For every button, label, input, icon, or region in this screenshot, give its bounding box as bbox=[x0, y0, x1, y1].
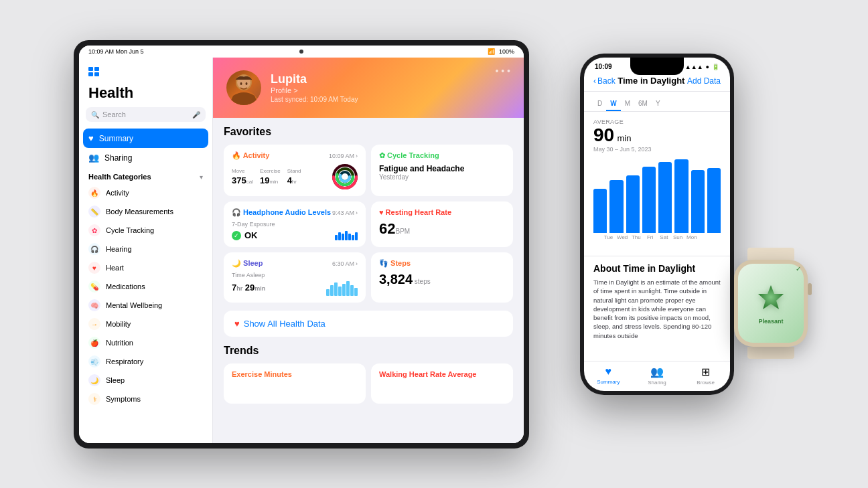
iphone: 10:09 ▲▲▲ ● 🔋 ‹ Back Time in Daylight Ad… bbox=[580, 54, 734, 395]
sleep-label: Sleep bbox=[106, 376, 125, 384]
cycle-card[interactable]: ✿ Cycle Tracking Fatigue and Headache Ye… bbox=[371, 145, 513, 196]
sharing-icon: 👥 bbox=[88, 153, 99, 163]
trend-card-exercise[interactable]: Exercise Minutes bbox=[224, 363, 366, 404]
iphone-time: 10:09 bbox=[595, 63, 612, 70]
iphone-page-title: Time in Daylight bbox=[618, 76, 684, 86]
tabbar-browse[interactable]: ⊞ Browse bbox=[681, 365, 730, 386]
bar-3 bbox=[626, 175, 640, 233]
ok-label: OK bbox=[244, 230, 258, 240]
activity-rings bbox=[332, 164, 358, 189]
avg-date: May 30 – Jun 5, 2023 bbox=[593, 146, 721, 153]
iphone-add-button[interactable]: Add Data bbox=[687, 76, 721, 86]
tab-6m[interactable]: 6M bbox=[634, 97, 652, 111]
trends-title: Trends bbox=[224, 345, 513, 357]
trends-grid: Exercise Minutes Walking Heart Rate Aver… bbox=[224, 363, 513, 404]
watch-crown bbox=[808, 283, 812, 295]
steps-card[interactable]: 👣 Steps 3,824 steps bbox=[371, 252, 513, 303]
iphone-tabbar: ♥ Summary 👥 Sharing ⊞ Browse bbox=[584, 361, 730, 391]
sidebar-search[interactable]: 🔍 Search 🎤 bbox=[86, 107, 206, 122]
iphone-back-button[interactable]: ‹ Back bbox=[593, 76, 616, 86]
svg-rect-0 bbox=[88, 67, 93, 71]
exposure-label: 7-Day Exposure bbox=[232, 221, 358, 228]
label-sun: Sun bbox=[672, 234, 684, 240]
iphone-header: ‹ Back Time in Daylight Add Data bbox=[584, 73, 730, 92]
sleep-title: 🌙 Sleep bbox=[232, 259, 263, 268]
watch-star bbox=[754, 282, 788, 315]
sidebar-item-heart[interactable]: ♥ Heart bbox=[79, 258, 212, 277]
tabbar-browse-icon: ⊞ bbox=[701, 365, 710, 378]
sidebar-item-cycle[interactable]: ✿ Cycle Tracking bbox=[79, 221, 212, 240]
exercise-trend-title: Exercise Minutes bbox=[232, 370, 358, 378]
sidebar-item-nutrition[interactable]: 🍎 Nutrition bbox=[79, 333, 212, 352]
about-title: About Time in Daylight bbox=[593, 263, 721, 274]
steps-value: 3,824 steps bbox=[379, 272, 505, 287]
profile-header: • • • bbox=[213, 58, 524, 118]
body-label: Body Measurements bbox=[106, 208, 173, 216]
tab-m[interactable]: M bbox=[621, 97, 634, 111]
sidebar-item-respiratory[interactable]: 💨 Respiratory bbox=[79, 352, 212, 371]
headphone-status: ✓ OK bbox=[232, 230, 358, 240]
activity-card[interactable]: 🔥 Activity 10:09 AM › Move 375cal bbox=[224, 145, 366, 196]
watch-strap-bottom bbox=[747, 347, 794, 359]
cycle-label: Cycle Tracking bbox=[106, 226, 154, 234]
show-all-button[interactable]: ♥ Show All Health Data bbox=[224, 311, 513, 337]
respiratory-label: Respiratory bbox=[106, 357, 143, 365]
main-content: • • • bbox=[213, 58, 524, 443]
more-dots: • • • bbox=[496, 66, 510, 76]
sidebar-item-mobility[interactable]: → Mobility bbox=[79, 315, 212, 333]
heart-label: Heart bbox=[106, 264, 124, 272]
svg-rect-2 bbox=[88, 72, 93, 76]
profile-info: Lupita Profile > Last synced: 10:09 AM T… bbox=[271, 72, 358, 103]
tabbar-sharing-label: Sharing bbox=[648, 380, 666, 386]
bar-2 bbox=[609, 180, 623, 233]
tab-d[interactable]: D bbox=[593, 97, 606, 111]
watch-check: ✓ bbox=[796, 265, 801, 272]
tabbar-summary[interactable]: ♥ Summary bbox=[584, 365, 633, 386]
headphone-card[interactable]: 🎧 Headphone Audio Levels 9:43 AM › 7-Day… bbox=[224, 201, 366, 247]
about-text: Time in Daylight is an estimate of the a… bbox=[593, 278, 721, 340]
sleep-card[interactable]: 🌙 Sleep 6:30 AM › Time Asleep 7hr 29min bbox=[224, 252, 366, 303]
iphone-notch bbox=[630, 58, 684, 75]
svg-marker-15 bbox=[758, 285, 784, 309]
tab-w[interactable]: W bbox=[606, 97, 620, 111]
heart-icon: ♥ bbox=[234, 319, 240, 329]
watch-body: ✓ Pleasant bbox=[734, 260, 808, 347]
label-wed: Wed bbox=[617, 234, 628, 240]
sidebar-item-body[interactable]: 📏 Body Measurements bbox=[79, 202, 212, 221]
ipad-camera bbox=[299, 50, 303, 54]
watch-strap-top bbox=[747, 248, 794, 260]
heart-rate-card[interactable]: ♥ Resting Heart Rate 62BPM bbox=[371, 201, 513, 247]
sidebar-item-medications[interactable]: 💊 Medications bbox=[79, 277, 212, 296]
sidebar-item-summary[interactable]: ♥ Summary bbox=[83, 129, 208, 148]
profile-link[interactable]: Profile > bbox=[271, 86, 358, 94]
tabbar-sharing[interactable]: 👥 Sharing bbox=[633, 365, 682, 386]
favorites-grid: 🔥 Activity 10:09 AM › Move 375cal bbox=[224, 145, 513, 303]
health-categories-label: Health Categories bbox=[88, 173, 151, 181]
sidebar-item-symptoms[interactable]: ⚕ Symptoms bbox=[79, 390, 212, 408]
heart-rate-value: 62BPM bbox=[379, 220, 505, 238]
chevron-down-icon[interactable]: ▾ bbox=[200, 173, 203, 181]
sidebar: Health 🔍 Search 🎤 ♥ Summary 👥 Sharing bbox=[79, 58, 213, 443]
svg-rect-3 bbox=[94, 72, 99, 76]
bar-5 bbox=[658, 162, 672, 233]
sidebar-item-sharing[interactable]: 👥 Sharing bbox=[79, 148, 212, 167]
iphone-tabs: D W M 6M Y bbox=[584, 92, 730, 112]
headphone-bars bbox=[335, 231, 358, 240]
sidebar-item-sleep[interactable]: 🌙 Sleep bbox=[79, 371, 212, 390]
tab-y[interactable]: Y bbox=[652, 97, 664, 111]
avg-value-display: 90 min bbox=[593, 125, 721, 146]
trend-card-heart[interactable]: Walking Heart Rate Average bbox=[371, 363, 513, 404]
ipad-wifi-icon: 📶 bbox=[488, 48, 495, 55]
label-extra bbox=[700, 234, 711, 240]
cycle-subtitle: Fatigue and Headache bbox=[379, 164, 505, 173]
scene: 10:09 AM Mon Jun 5 📶 100% bbox=[0, 0, 868, 488]
symptoms-label: Symptoms bbox=[106, 395, 141, 403]
sleep-time: 6:30 AM › bbox=[332, 260, 358, 267]
sleep-bars bbox=[326, 281, 358, 296]
sidebar-item-hearing[interactable]: 🎧 Hearing bbox=[79, 240, 212, 258]
svg-rect-1 bbox=[94, 67, 99, 71]
headphone-time: 9:43 AM › bbox=[332, 210, 358, 216]
headphone-title: 🎧 Headphone Audio Levels bbox=[232, 208, 331, 217]
sidebar-item-activity[interactable]: 🔥 Activity bbox=[79, 183, 212, 202]
sidebar-item-mental[interactable]: 🧠 Mental Wellbeing bbox=[79, 296, 212, 315]
